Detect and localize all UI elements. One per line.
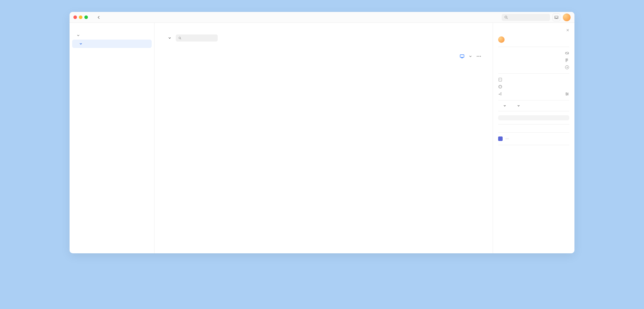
svg-point-13 xyxy=(567,60,568,61)
svg-point-10 xyxy=(566,60,567,61)
svg-rect-4 xyxy=(460,55,464,57)
svg-point-6 xyxy=(477,56,478,57)
svg-point-9 xyxy=(566,59,567,60)
breadcrumb[interactable] xyxy=(97,15,103,19)
search-icon xyxy=(504,15,508,19)
link-icon[interactable] xyxy=(565,51,569,55)
inbox-button[interactable] xyxy=(553,14,560,21)
user-avatar[interactable] xyxy=(563,14,571,21)
sections-dropdown[interactable] xyxy=(166,36,171,40)
color-swatch xyxy=(498,136,503,141)
author-avatar xyxy=(498,36,505,43)
chevron-down-icon xyxy=(79,42,83,46)
chevron-down-icon xyxy=(168,36,171,40)
chevron-down-icon xyxy=(503,104,506,107)
chevron-down-icon[interactable] xyxy=(469,55,472,58)
title-bar xyxy=(70,12,574,23)
svg-rect-15 xyxy=(499,78,502,81)
close-window-button[interactable] xyxy=(73,15,77,19)
chevron-down-icon xyxy=(76,33,80,38)
svg-point-18 xyxy=(567,94,568,94)
minimize-window-button[interactable] xyxy=(79,15,82,19)
back-icon xyxy=(97,15,101,19)
svg-point-11 xyxy=(566,61,567,62)
svg-point-2 xyxy=(179,37,180,39)
chevron-down-icon xyxy=(517,104,520,107)
github-icon xyxy=(498,85,503,89)
open-in-storybook[interactable] xyxy=(498,78,569,82)
tree-item-button[interactable] xyxy=(72,40,152,48)
bgcolor-name[interactable] xyxy=(505,138,509,139)
figma-icon[interactable] xyxy=(565,58,569,62)
main-content xyxy=(155,23,493,253)
sidebar xyxy=(70,23,155,253)
svg-line-1 xyxy=(507,18,508,19)
inbox-icon xyxy=(554,15,559,20)
settings-icon[interactable] xyxy=(565,92,569,96)
storybook-icon xyxy=(498,78,503,82)
app-window: ✕ xyxy=(70,12,574,253)
svg-point-7 xyxy=(478,56,479,57)
open-in-vscode[interactable] xyxy=(498,92,569,96)
vscode-icon xyxy=(498,92,503,96)
svg-point-12 xyxy=(567,59,568,60)
inspector-panel: ✕ xyxy=(493,23,574,253)
svg-line-3 xyxy=(180,38,181,39)
device-icon[interactable] xyxy=(460,54,464,58)
filter-input[interactable] xyxy=(184,36,215,40)
search-input[interactable] xyxy=(510,15,547,20)
svg-point-8 xyxy=(480,56,481,57)
maximize-window-button[interactable] xyxy=(84,15,88,19)
svg-point-17 xyxy=(566,93,567,93)
svg-point-19 xyxy=(566,95,567,95)
open-in-github[interactable] xyxy=(498,85,569,89)
goto-icon[interactable] xyxy=(565,65,569,70)
search-icon xyxy=(178,36,182,40)
tree-root[interactable] xyxy=(70,31,154,40)
close-inspector-button[interactable]: ✕ xyxy=(566,28,569,33)
svg-point-0 xyxy=(505,16,507,18)
workspace-search[interactable] xyxy=(502,14,550,21)
description-input[interactable] xyxy=(498,115,569,120)
filter-box[interactable] xyxy=(176,34,218,42)
more-icon[interactable] xyxy=(477,56,481,57)
window-controls xyxy=(73,15,88,19)
